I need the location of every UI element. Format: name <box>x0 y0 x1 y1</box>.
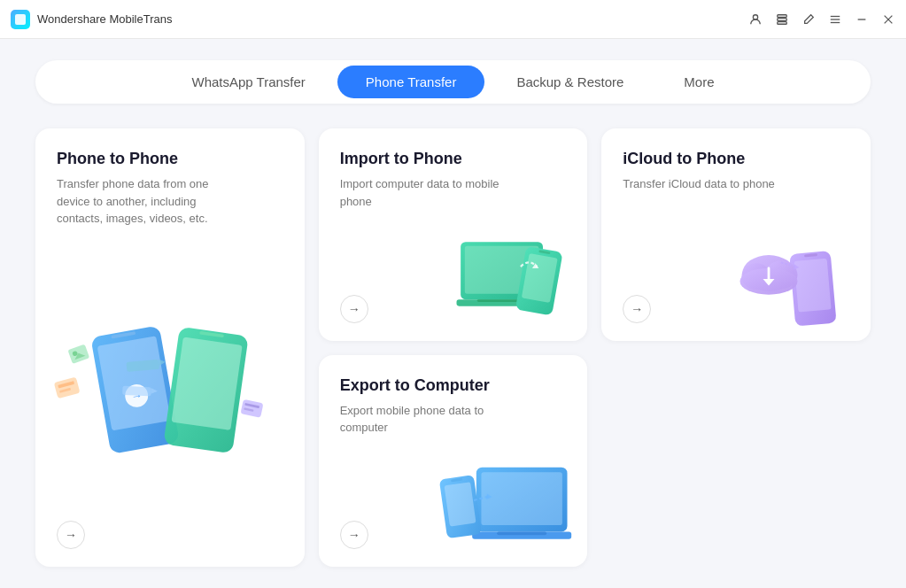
minimize-icon[interactable] <box>855 12 869 27</box>
card-export-to-computer[interactable]: Export to Computer Export mobile phone d… <box>319 355 588 568</box>
card-phone-to-phone-title: Phone to Phone <box>57 150 283 168</box>
card-import-to-phone[interactable]: Import to Phone Import computer data to … <box>319 128 588 341</box>
cards-grid: Phone to Phone Transfer phone data from … <box>35 128 871 567</box>
card-icloud-to-phone[interactable]: iCloud to Phone Transfer iCloud data to … <box>601 128 871 341</box>
nav-bar: WhatsApp Transfer Phone Transfer Backup … <box>35 60 871 104</box>
icloud-illustration <box>729 221 866 337</box>
card-export-to-computer-desc: Export mobile phone data to computer <box>340 402 517 437</box>
titlebar: Wondershare MobileTrans <box>0 0 906 39</box>
import-illustration <box>445 221 583 337</box>
svg-rect-2 <box>778 18 787 20</box>
card-export-to-computer-title: Export to Computer <box>340 376 567 395</box>
svg-rect-16 <box>171 337 242 430</box>
card-icloud-to-phone-title: iCloud to Phone <box>623 150 849 168</box>
profile-icon[interactable] <box>748 12 763 27</box>
tab-phone-transfer[interactable]: Phone Transfer <box>337 66 485 98</box>
card-import-to-phone-title: Import to Phone <box>340 150 567 168</box>
edit-icon[interactable] <box>801 12 816 27</box>
app-title: Wondershare MobileTrans <box>37 12 748 26</box>
menu-icon[interactable] <box>828 12 842 27</box>
card-phone-to-phone-desc: Transfer phone data from one device to a… <box>57 175 234 228</box>
app-logo <box>11 10 30 29</box>
export-illustration <box>428 438 583 562</box>
layers-icon[interactable] <box>775 12 789 27</box>
card-import-to-phone-arrow[interactable]: → <box>340 295 368 323</box>
svg-rect-50 <box>482 472 562 525</box>
window-controls <box>748 12 895 27</box>
tab-backup-restore[interactable]: Backup & Restore <box>488 66 652 98</box>
svg-rect-52 <box>497 531 546 535</box>
phone-to-phone-illustration: → <box>44 301 296 514</box>
card-icloud-to-phone-desc: Transfer iCloud data to phone <box>623 175 800 193</box>
svg-rect-1 <box>778 14 787 17</box>
close-icon[interactable] <box>881 12 895 27</box>
tab-whatsapp-transfer[interactable]: WhatsApp Transfer <box>163 66 333 98</box>
svg-rect-22 <box>54 377 81 399</box>
svg-rect-40 <box>794 258 832 312</box>
main-content: WhatsApp Transfer Phone Transfer Backup … <box>0 39 906 588</box>
card-import-to-phone-desc: Import computer data to mobile phone <box>340 175 517 210</box>
svg-rect-25 <box>240 399 263 418</box>
tab-more[interactable]: More <box>655 66 742 98</box>
card-phone-to-phone-arrow[interactable]: → <box>57 521 85 549</box>
card-export-to-computer-arrow[interactable]: → <box>340 521 368 549</box>
svg-rect-3 <box>778 21 787 24</box>
card-phone-to-phone[interactable]: Phone to Phone Transfer phone data from … <box>35 128 305 567</box>
svg-rect-20 <box>122 386 151 397</box>
svg-point-0 <box>753 14 757 19</box>
card-icloud-to-phone-arrow[interactable]: → <box>623 295 651 323</box>
